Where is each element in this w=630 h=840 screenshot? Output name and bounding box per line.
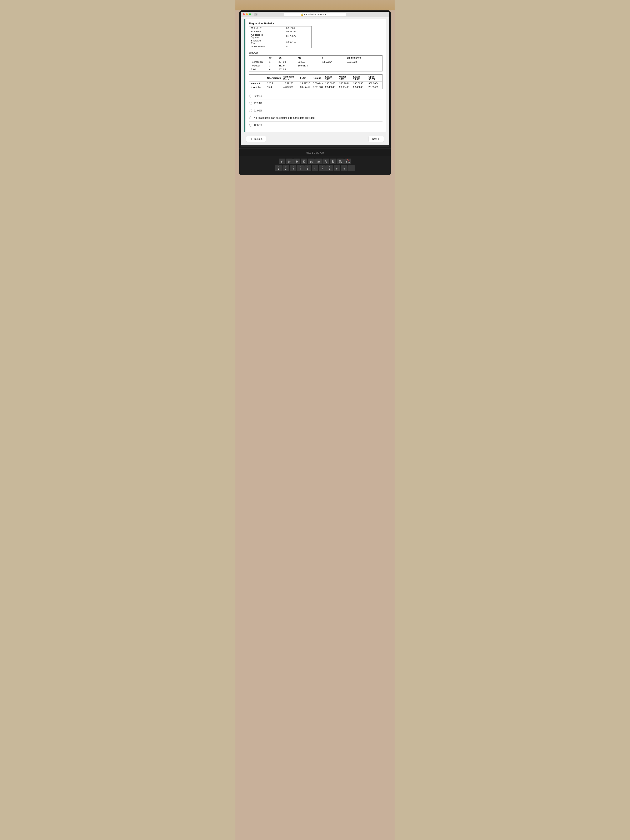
table-row: Regression 1 2340.9 2340.9 14.57294 0.03… xyxy=(249,60,382,64)
regression-stats-table: Multiple R 0.91065 R Square 0.829283 Adj… xyxy=(249,26,312,48)
radio-1[interactable] xyxy=(249,95,252,98)
url-bar[interactable]: 🔒 uncw.instructure.com ↻ xyxy=(284,13,346,16)
answer-choice-3[interactable]: 91.06% xyxy=(249,107,382,114)
key-caret-6[interactable]: ^6 xyxy=(312,165,318,171)
anova-section: ANOVA df SS MS F Significan xyxy=(249,51,382,71)
key-star-8[interactable]: *8 xyxy=(326,165,333,171)
previous-button[interactable]: ◄ Previous xyxy=(246,136,266,142)
table-row: Total 4 2822.8 xyxy=(249,68,382,71)
answer-text-1: 82.93% xyxy=(254,95,262,98)
key-f7[interactable]: ◄◄F7 xyxy=(322,158,329,164)
table-row: X Variable 15.3 4.007909 3.817452 0.0316… xyxy=(249,85,382,89)
radio-4[interactable] xyxy=(249,117,252,119)
answer-choice-2[interactable]: 77.24% xyxy=(249,100,382,107)
key-f8[interactable]: ▶||F8 xyxy=(330,158,336,164)
radio-2[interactable] xyxy=(249,102,252,105)
anova-table: df SS MS F Significance F Re xyxy=(249,55,382,71)
key-f3[interactable]: ⊟F3 xyxy=(293,158,300,164)
radio-3[interactable] xyxy=(249,109,252,112)
table-row: Residual 3 481.9 160.6333 xyxy=(249,64,382,68)
key-f2[interactable]: ☀☀F2 xyxy=(286,158,293,164)
table-row: R Square 0.829283 xyxy=(249,30,311,33)
table-row: Intercept 325.9 13.29273 24.51716 0.0001… xyxy=(249,82,382,85)
reload-icon[interactable]: ↻ xyxy=(327,13,329,16)
key-pct-5[interactable]: %5 xyxy=(305,165,311,171)
macbook-label: MacBook Air xyxy=(306,151,324,154)
table-row: Multiple R 0.91065 xyxy=(249,27,311,30)
regression-statistics-section: Regression Statistics Multiple R 0.91065… xyxy=(249,22,382,48)
coefficients-table: Coefficients Standard Error t Stat P-val… xyxy=(249,74,382,89)
answer-choice-5[interactable]: 12.67% xyxy=(249,122,382,129)
key-f1[interactable]: ☀F1 xyxy=(279,158,286,164)
key-hash-3[interactable]: #3 xyxy=(290,165,297,171)
key-f9[interactable]: ▶▶F9 xyxy=(337,158,344,164)
key-f6[interactable]: ⋯⋯F6 xyxy=(315,158,322,164)
answer-choice-4[interactable]: No relationship can be obtained from the… xyxy=(249,114,382,122)
next-button[interactable]: Next ► xyxy=(368,136,384,142)
key-dol-4[interactable]: $4 xyxy=(297,165,304,171)
key-f10[interactable]: 🔇F10 xyxy=(344,158,351,164)
key-amp-7[interactable]: &7 xyxy=(319,165,325,171)
table-row: StandardError 12.67412 xyxy=(249,39,311,45)
answer-choices: 82.93% 77.24% 91.06% xyxy=(249,93,382,129)
answer-text-4: No relationship can be obtained from the… xyxy=(254,117,316,119)
answer-text-3: 91.06% xyxy=(254,109,262,112)
table-row: Observations 5 xyxy=(249,45,311,48)
regression-title: Regression Statistics xyxy=(249,22,382,25)
answer-text-5: 12.67% xyxy=(254,124,262,127)
navigation-bar: ◄ Previous Next ► xyxy=(244,136,386,142)
coefficients-section: Coefficients Standard Error t Stat P-val… xyxy=(249,74,382,89)
anova-title: ANOVA xyxy=(249,51,382,54)
key-dash[interactable]: —- xyxy=(348,165,355,171)
answer-choice-1[interactable]: 82.93% xyxy=(249,93,382,100)
table-row: Adjusted RSquare 0.772377 xyxy=(249,33,311,39)
key-f4[interactable]: ⊞⊞F4 xyxy=(301,158,307,164)
lock-icon: 🔒 xyxy=(301,13,303,16)
answer-text-2: 77.24% xyxy=(254,102,262,105)
key-rpar-0[interactable]: )0 xyxy=(341,165,347,171)
radio-5[interactable] xyxy=(249,124,252,127)
key-excl-1[interactable]: !1 xyxy=(275,165,282,171)
key-at-2[interactable]: @2 xyxy=(283,165,289,171)
key-lpar-9[interactable]: (9 xyxy=(333,165,340,171)
key-f5[interactable]: ⋯F5 xyxy=(308,158,314,164)
url-text: uncw.instructure.com xyxy=(304,13,325,16)
